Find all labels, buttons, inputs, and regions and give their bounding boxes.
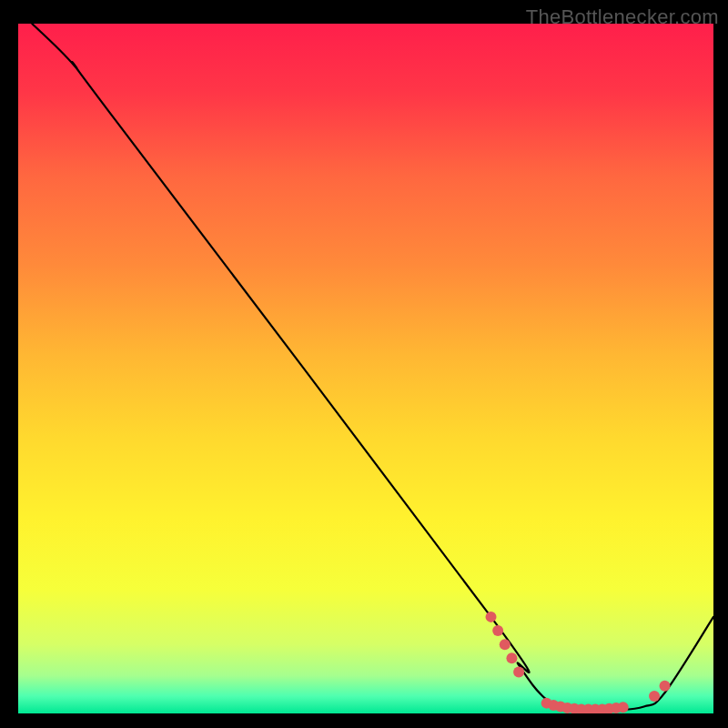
marker-dot: [506, 652, 517, 663]
gradient-background: [18, 24, 713, 713]
marker-dot: [500, 639, 511, 650]
marker-dot: [513, 667, 524, 678]
marker-dot: [660, 681, 671, 692]
watermark-text: TheBottlenecker.com: [526, 5, 719, 29]
marker-dot: [618, 702, 629, 713]
plot-area: [18, 24, 713, 713]
chart-container: TheBottlenecker.com: [0, 0, 728, 728]
marker-dot: [486, 612, 497, 622]
marker-dot: [649, 691, 660, 702]
bottleneck-curve-chart: [18, 24, 713, 713]
marker-dot: [492, 625, 503, 636]
